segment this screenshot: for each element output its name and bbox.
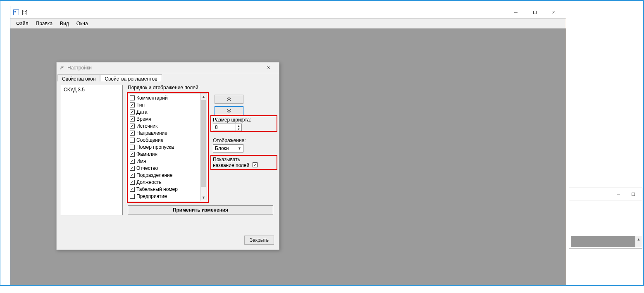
field-label: Должность bbox=[136, 179, 162, 185]
move-down-button[interactable] bbox=[215, 106, 243, 115]
show-field-names-label-1: Показывать bbox=[213, 157, 240, 162]
field-row[interactable]: Дата bbox=[130, 108, 198, 115]
field-checkbox[interactable] bbox=[130, 102, 135, 107]
field-label: Направление bbox=[136, 130, 167, 136]
maximize-button[interactable] bbox=[525, 6, 544, 19]
field-label: Тип bbox=[136, 102, 145, 108]
field-row[interactable]: Должность bbox=[130, 179, 198, 186]
minimize-icon bbox=[514, 10, 518, 14]
secondary-scrollbar[interactable]: ▲ bbox=[635, 236, 642, 247]
menu-windows[interactable]: Окна bbox=[76, 21, 88, 26]
main-title: [::] bbox=[22, 10, 27, 15]
secondary-titlebar bbox=[569, 188, 642, 200]
close-dialog-button[interactable]: Закрыть bbox=[244, 236, 274, 245]
scroll-up-icon[interactable]: ▲ bbox=[635, 236, 642, 243]
close-icon bbox=[552, 10, 556, 14]
display-value: Блоки bbox=[215, 145, 229, 151]
menu-edit[interactable]: Правка bbox=[36, 21, 53, 26]
menu-file[interactable]: Файл bbox=[16, 21, 29, 26]
field-label: Табельный номер bbox=[136, 186, 178, 192]
field-label: Имя bbox=[136, 158, 146, 164]
field-label: Время bbox=[136, 116, 151, 122]
field-checkbox[interactable] bbox=[130, 187, 135, 192]
list-item[interactable]: СКУД 3.5 bbox=[64, 87, 120, 93]
field-checkbox[interactable] bbox=[130, 166, 135, 171]
field-label: Сообщение bbox=[136, 137, 163, 143]
wrench-icon bbox=[59, 65, 65, 71]
scroll-thumb[interactable] bbox=[201, 100, 206, 187]
field-checkbox[interactable] bbox=[130, 131, 135, 136]
field-label: Отчество bbox=[136, 165, 158, 171]
maximize-icon bbox=[533, 10, 537, 14]
apply-changes-button[interactable]: Применить изменения bbox=[128, 205, 273, 214]
fields-scrollbar[interactable]: ▲ ▼ bbox=[200, 93, 207, 201]
field-label: Подразделение bbox=[136, 172, 172, 178]
secondary-body bbox=[571, 236, 640, 247]
minimize-icon bbox=[616, 192, 620, 196]
scroll-down-icon[interactable]: ▼ bbox=[200, 194, 207, 201]
field-row[interactable]: Предприятие bbox=[130, 193, 198, 200]
fields-listbox[interactable]: КомментарийТипДатаВремяИсточникНаправлен… bbox=[128, 93, 207, 201]
fields-order-label: Порядок и отображение полей: bbox=[128, 85, 200, 91]
secondary-maximize-button[interactable] bbox=[626, 189, 640, 199]
field-row[interactable]: Сообщение bbox=[130, 136, 198, 143]
spin-down-icon[interactable]: ▼ bbox=[236, 127, 241, 131]
field-checkbox[interactable] bbox=[130, 124, 135, 129]
display-select[interactable]: Блоки ▼ bbox=[213, 144, 243, 152]
field-row[interactable]: Фамилия bbox=[130, 150, 198, 157]
field-row[interactable]: Тип bbox=[130, 101, 198, 108]
close-icon bbox=[266, 65, 270, 69]
field-checkbox[interactable] bbox=[130, 110, 135, 114]
field-checkbox[interactable] bbox=[130, 180, 135, 185]
display-label: Отображение: bbox=[213, 138, 246, 143]
field-row[interactable]: Отчество bbox=[130, 164, 198, 172]
field-row[interactable]: Источник bbox=[130, 122, 198, 129]
field-checkbox[interactable] bbox=[130, 152, 135, 157]
field-checkbox[interactable] bbox=[130, 194, 135, 199]
secondary-minimize-button[interactable] bbox=[611, 189, 625, 199]
spin-up-icon[interactable]: ▲ bbox=[236, 124, 241, 127]
settings-dialog: Настройки Свойства окон Свойства регламе… bbox=[56, 62, 279, 250]
field-row[interactable]: Направление bbox=[130, 129, 198, 136]
field-row[interactable]: Время bbox=[130, 115, 198, 122]
app-icon bbox=[13, 9, 19, 16]
menu-view[interactable]: Вид bbox=[60, 21, 69, 26]
field-checkbox[interactable] bbox=[130, 138, 135, 143]
move-up-button[interactable] bbox=[215, 95, 243, 104]
field-row[interactable]: Комментарий bbox=[130, 94, 198, 101]
dialog-title: Настройки bbox=[67, 65, 92, 71]
close-button[interactable] bbox=[544, 6, 563, 19]
chevron-down-double-icon bbox=[226, 108, 232, 113]
field-checkbox[interactable] bbox=[130, 159, 135, 164]
maximize-icon bbox=[631, 192, 635, 196]
font-size-value[interactable]: 8 bbox=[213, 124, 236, 131]
field-row[interactable]: Имя bbox=[130, 157, 198, 164]
show-field-names-checkbox[interactable] bbox=[253, 162, 258, 167]
minimize-button[interactable] bbox=[506, 6, 525, 19]
field-row[interactable]: Табельный номер bbox=[130, 186, 198, 193]
field-row[interactable]: Номер пропуска bbox=[130, 143, 198, 150]
window-controls bbox=[506, 6, 563, 19]
chevron-up-double-icon bbox=[226, 97, 232, 102]
field-label: Номер пропуска bbox=[136, 144, 174, 150]
dialog-body: СКУД 3.5 Порядок и отображение полей: Ко… bbox=[57, 81, 278, 249]
scroll-up-icon[interactable]: ▲ bbox=[200, 93, 207, 100]
field-label: Фамилия bbox=[136, 151, 157, 157]
field-checkbox[interactable] bbox=[130, 117, 135, 121]
main-menubar: Файл Правка Вид Окна bbox=[10, 19, 566, 29]
field-checkbox[interactable] bbox=[130, 173, 135, 178]
field-label: Комментарий bbox=[136, 95, 168, 101]
main-titlebar: [::] bbox=[10, 6, 566, 19]
font-size-spinner[interactable]: 8 ▲ ▼ bbox=[213, 124, 242, 131]
field-checkbox[interactable] bbox=[130, 145, 135, 150]
show-field-names-label-2: название полей bbox=[213, 162, 249, 168]
field-checkbox[interactable] bbox=[130, 95, 135, 100]
svg-rect-7 bbox=[632, 193, 635, 195]
chevron-down-icon: ▼ bbox=[238, 146, 241, 150]
dialog-close-button[interactable] bbox=[260, 65, 277, 71]
field-row[interactable]: Подразделение bbox=[130, 172, 198, 179]
spin-buttons: ▲ ▼ bbox=[236, 124, 241, 131]
field-label: Источник bbox=[136, 123, 157, 129]
regulations-list[interactable]: СКУД 3.5 bbox=[61, 85, 123, 215]
svg-rect-1 bbox=[534, 11, 537, 14]
